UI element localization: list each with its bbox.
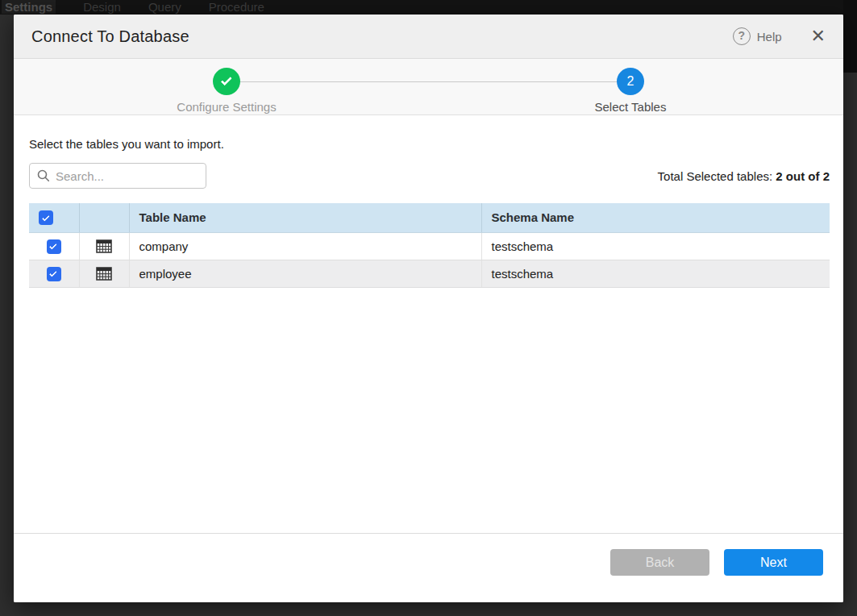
help-icon: ? [733, 27, 751, 45]
select-all-checkbox[interactable] [39, 210, 53, 225]
step-2-number: 2 [627, 74, 634, 89]
help-label: Help [757, 30, 782, 44]
checkmark-icon [220, 74, 231, 85]
tables-list: Table Name Schema Name [29, 203, 830, 288]
column-header-schema-name: Schema Name [481, 203, 830, 232]
next-button[interactable]: Next [724, 549, 823, 576]
step-1-complete-icon[interactable] [213, 68, 240, 95]
row-checkbox[interactable] [47, 239, 61, 254]
checkmark-icon [49, 269, 57, 277]
search-input[interactable] [56, 169, 198, 183]
table-icon [96, 267, 112, 281]
wizard-stepper: 2 Configure Settings Select Tables [14, 59, 843, 115]
selected-tables-summary: Total Selected tables: 2 out of 2 [658, 169, 830, 183]
background-shade [843, 0, 857, 73]
search-box [29, 163, 206, 189]
dialog-footer: Back Next [14, 533, 843, 602]
table-row[interactable]: employee testschema [29, 260, 830, 287]
table-name-cell: employee [129, 260, 481, 287]
summary-label: Total Selected tables: [658, 169, 776, 183]
step-2-label: Select Tables [534, 100, 727, 114]
search-icon [37, 169, 50, 182]
step-2-indicator[interactable]: 2 [617, 68, 644, 95]
table-icon [96, 239, 112, 253]
back-button[interactable]: Back [610, 549, 709, 576]
checkmark-icon [49, 242, 57, 250]
table-header-row: Table Name Schema Name [29, 203, 830, 232]
summary-value: 2 out of 2 [776, 169, 830, 183]
dialog-title: Connect To Database [31, 27, 189, 46]
row-checkbox[interactable] [47, 267, 61, 281]
schema-name-cell: testschema [481, 232, 830, 260]
schema-name-cell: testschema [481, 260, 830, 287]
table-name-cell: company [129, 232, 481, 260]
stepper-connector-line [227, 81, 630, 82]
menu-item-query[interactable]: Query [148, 0, 181, 14]
background-menu-bar: Settings Design Query Procedure [0, 0, 857, 15]
column-header-table-name: Table Name [129, 203, 481, 232]
table-row[interactable]: company testschema [29, 232, 830, 260]
checkmark-icon [41, 214, 49, 222]
menu-item-procedure[interactable]: Procedure [209, 0, 264, 14]
instruction-text: Select the tables you want to import. [29, 137, 830, 151]
connect-to-database-dialog: Connect To Database ? Help ✕ 2 Configure… [14, 15, 843, 602]
close-icon[interactable]: ✕ [811, 27, 826, 45]
step-1-label: Configure Settings [130, 100, 323, 114]
menu-item-design[interactable]: Design [83, 0, 121, 14]
dialog-header: Connect To Database ? Help ✕ [14, 15, 843, 59]
dialog-content: Select the tables you want to import. To… [14, 137, 843, 288]
menu-item-settings[interactable]: Settings [2, 0, 56, 14]
help-button[interactable]: ? Help [733, 27, 782, 45]
